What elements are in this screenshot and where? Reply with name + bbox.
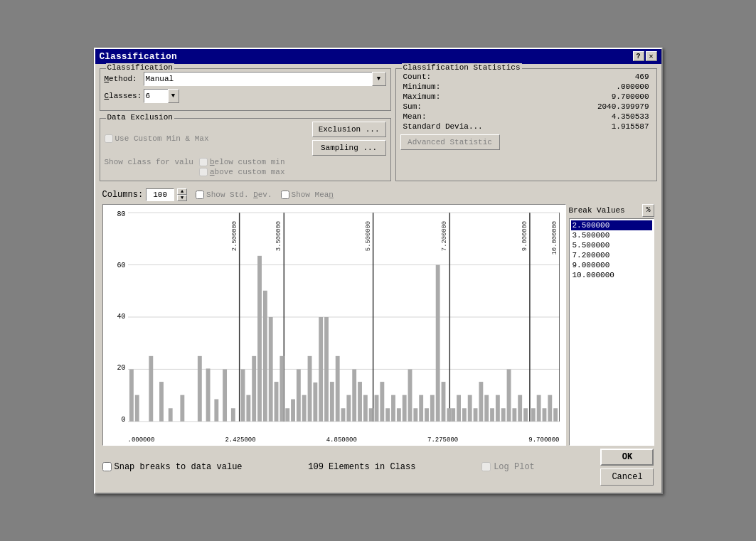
- svg-rect-72: [484, 395, 489, 421]
- svg-rect-51: [368, 408, 373, 422]
- classification-group-label: Classification: [106, 63, 174, 72]
- svg-rect-66: [451, 408, 455, 422]
- below-custom-min-checkbox[interactable]: [199, 158, 208, 166]
- stats-row-minimum: Minimum: .000000: [400, 82, 652, 92]
- svg-rect-82: [542, 408, 546, 422]
- stats-value-mean: 4.350533: [550, 112, 651, 122]
- stats-group: Classification Statistics Count: 469 Min…: [395, 68, 657, 181]
- svg-rect-26: [223, 369, 227, 421]
- ok-cancel-area: OK Cancel: [600, 449, 654, 486]
- exclusion-button[interactable]: Exclusion ...: [312, 122, 386, 137]
- svg-rect-68: [462, 408, 466, 422]
- stats-value-stddev: 1.915587: [550, 122, 651, 132]
- svg-text:2.500000: 2.500000: [230, 220, 238, 250]
- stats-value-sum: 2040.399979: [550, 102, 651, 112]
- x-label-4850: 4.850000: [326, 436, 357, 444]
- y-label-60: 60: [117, 262, 125, 269]
- classes-row: Classes: 6 ▼: [105, 89, 386, 103]
- svg-rect-58: [408, 369, 412, 421]
- snap-breaks-label: Snap breaks to data value: [115, 462, 243, 472]
- dialog-title: Classification: [100, 51, 177, 62]
- method-select[interactable]: Manual: [144, 72, 386, 86]
- stats-row-count: Count: 469: [400, 72, 652, 82]
- svg-rect-84: [553, 408, 558, 422]
- above-custom-max-label: above custom max: [210, 168, 285, 176]
- x-label-2425: 2.425000: [225, 436, 255, 444]
- data-exclusion-group: Data Exclusion Use Custom Min & Max Excl…: [100, 118, 391, 181]
- ok-button[interactable]: OK: [600, 449, 654, 466]
- break-values-panel: Break Values % 2.500000 3.500000 5.50000…: [569, 204, 654, 446]
- svg-rect-44: [329, 382, 334, 422]
- stats-value-count: 469: [550, 72, 651, 82]
- svg-rect-30: [252, 355, 256, 421]
- sampling-button[interactable]: Sampling ...: [312, 140, 386, 156]
- svg-rect-83: [548, 395, 552, 421]
- advanced-statistics-button[interactable]: Advanced Statistic: [400, 134, 500, 150]
- break-value-item-3[interactable]: 5.500000: [571, 240, 652, 250]
- svg-rect-39: [302, 395, 306, 421]
- break-values-list[interactable]: 2.500000 3.500000 5.500000 7.200000 9.00…: [569, 218, 654, 446]
- chart-container[interactable]: 80 60 40 20 0: [102, 204, 566, 446]
- method-label: Method:: [105, 75, 144, 83]
- svg-text:3.500000: 3.500000: [275, 220, 282, 250]
- svg-rect-75: [501, 408, 505, 422]
- svg-rect-59: [413, 408, 417, 422]
- snap-breaks-item: Snap breaks to data value: [102, 462, 243, 472]
- stats-row-mean: Mean: 4.350533: [400, 112, 652, 122]
- snap-breaks-checkbox[interactable]: [102, 462, 112, 471]
- show-std-dev-checkbox[interactable]: [196, 191, 204, 199]
- data-exclusion-label: Data Exclusion: [106, 113, 174, 122]
- percent-button[interactable]: %: [642, 204, 654, 217]
- columns-label: Columns:: [102, 190, 144, 200]
- columns-input[interactable]: [146, 188, 174, 201]
- svg-rect-28: [240, 369, 245, 421]
- svg-rect-46: [341, 408, 345, 422]
- svg-rect-48: [352, 369, 356, 421]
- svg-text:9.000000: 9.000000: [521, 220, 528, 250]
- svg-rect-69: [467, 395, 472, 421]
- break-values-title: Break Values: [569, 206, 625, 215]
- stats-value-minimum: .000000: [550, 82, 651, 92]
- svg-rect-62: [430, 395, 434, 421]
- svg-rect-21: [168, 408, 172, 422]
- dialog-body: Classification Method: Manual ▼ Classes:: [95, 64, 661, 493]
- classification-dialog: Classification ? ✕ Classification Method…: [94, 48, 663, 494]
- break-value-item-6[interactable]: 10.000000: [571, 270, 652, 280]
- title-bar: Classification ? ✕: [95, 49, 661, 64]
- below-custom-min-item: below custom min: [199, 158, 285, 166]
- log-plot-checkbox[interactable]: [481, 462, 491, 471]
- y-label-40: 40: [117, 313, 125, 321]
- break-value-item-4[interactable]: 7.200000: [571, 250, 652, 260]
- svg-rect-77: [512, 408, 516, 422]
- columns-control: Columns: ▲ ▼: [102, 188, 188, 201]
- break-value-item-1[interactable]: 2.500000: [571, 220, 652, 230]
- columns-down-button[interactable]: ▼: [177, 195, 187, 201]
- above-custom-max-checkbox[interactable]: [199, 168, 208, 176]
- break-value-item-5[interactable]: 9.000000: [571, 260, 652, 270]
- svg-rect-31: [257, 255, 262, 421]
- classes-label: Classes:: [105, 92, 144, 100]
- title-bar-buttons: ? ✕: [633, 51, 657, 61]
- svg-rect-73: [490, 408, 494, 422]
- histogram-area: 80 60 40 20 0: [102, 204, 654, 446]
- columns-up-button[interactable]: ▲: [177, 188, 187, 195]
- show-mean-checkbox[interactable]: [281, 191, 289, 199]
- classes-select-wrapper: 6 ▼: [144, 89, 179, 103]
- use-custom-checkbox-item: Use Custom Min & Max: [105, 134, 209, 143]
- svg-rect-25: [214, 399, 218, 421]
- cancel-button[interactable]: Cancel: [600, 468, 654, 486]
- svg-text:5.500000: 5.500000: [364, 220, 371, 250]
- classes-select[interactable]: 6: [144, 89, 179, 103]
- use-custom-checkbox[interactable]: [105, 134, 113, 143]
- stats-label-mean: Mean:: [400, 112, 551, 122]
- svg-rect-19: [149, 355, 153, 421]
- svg-rect-50: [363, 395, 367, 421]
- stats-label-sum: Sum:: [400, 102, 551, 112]
- x-label-7275: 7.275000: [427, 436, 458, 444]
- break-value-item-2[interactable]: 3.500000: [571, 230, 652, 240]
- close-button[interactable]: ✕: [646, 51, 657, 61]
- svg-rect-67: [457, 395, 461, 421]
- show-std-dev-item: Show Std. Dev.: [196, 191, 272, 199]
- help-button[interactable]: ?: [633, 51, 644, 61]
- method-row: Method: Manual ▼: [105, 72, 386, 86]
